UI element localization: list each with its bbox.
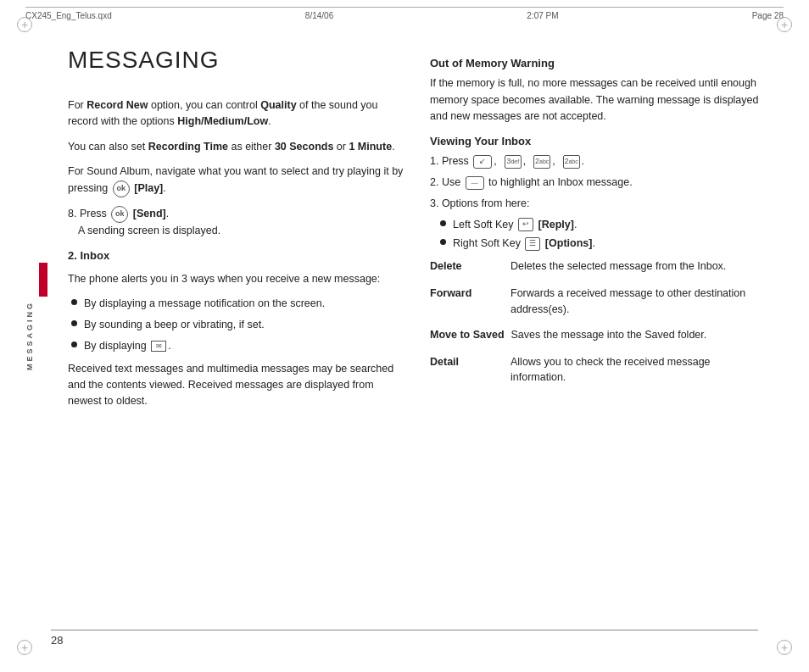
option-val-forward: Forwards a received message to other des…	[511, 286, 767, 318]
sub-text-left-soft-key: Left Soft Key ↩ [Reply].	[453, 217, 577, 233]
bottom-bar: 28	[51, 630, 758, 647]
inbox-footer: Received text messages and multimedia me…	[68, 361, 404, 410]
option-key-detail: Detail	[430, 354, 511, 370]
bold-recording-time: Recording Time	[148, 141, 228, 153]
inbox-heading: 2. Inbox	[68, 247, 404, 264]
bold-play: [Play]	[134, 182, 163, 194]
inbox-bullet-list: By displaying a message notification on …	[71, 296, 404, 353]
step-2: 2. Use — to highlight an Inbox message.	[430, 175, 767, 191]
bullet-text-notification: By displaying a message notification on …	[84, 296, 325, 312]
bullet-text-displaying: By displaying ✉.	[84, 338, 171, 354]
send-description: A sending screen is displayed.	[78, 225, 220, 236]
bold-1min: 1 Minute	[349, 141, 392, 153]
options-row-move-to-saved: Move to Saved Saves the message into the…	[430, 327, 767, 343]
sub-dot-2	[440, 239, 446, 245]
option-key-move-to-saved: Move to Saved	[430, 327, 511, 343]
viewing-inbox-block: Viewing Your Inbox 1. Press ↙, 3def, 2ab…	[430, 133, 767, 386]
bold-30sec: 30 Seconds	[275, 141, 333, 153]
option-val-delete: Deletes the selected message from the In…	[511, 258, 767, 275]
ok-icon-send: ok	[111, 206, 128, 223]
page-wrapper: CX245_Eng_Telus.qxd 8/14/06 2:07 PM Page…	[0, 0, 809, 672]
option-val-move-to-saved: Saves the message into the Saved folder.	[511, 327, 767, 343]
page-number: 28	[51, 634, 758, 647]
bullet-notification: By displaying a message notification on …	[71, 296, 404, 312]
memory-warning-heading: Out of Memory Warning	[430, 55, 767, 72]
options-table: Delete Deletes the selected message from…	[430, 258, 767, 386]
viewing-inbox-heading: Viewing Your Inbox	[430, 133, 767, 150]
options-row-detail: Detail Allows you to check the received …	[430, 354, 767, 386]
corner-mark-tr	[777, 17, 792, 32]
options-icon: ☰	[525, 237, 540, 251]
vertical-messaging-label: MESSAGING	[25, 169, 34, 503]
option-key-delete: Delete	[430, 258, 511, 275]
corner-mark-br	[777, 640, 792, 655]
options-row-forward: Forward Forwards a received message to o…	[430, 286, 767, 318]
bullet-dot-3	[71, 342, 77, 347]
left-column: For Record New option, you can control Q…	[68, 47, 404, 621]
bold-quality: Quality	[260, 99, 296, 111]
memory-warning-text: If the memory is full, no more messages …	[430, 75, 767, 125]
content-area: For Record New option, you can control Q…	[68, 47, 767, 621]
inbox-intro: The phone alerts you in 3 ways when you …	[68, 271, 404, 287]
memory-warning-block: Out of Memory Warning If the memory is f…	[430, 55, 767, 125]
bullet-text-beep: By sounding a beep or vibrating, if set.	[84, 317, 265, 333]
key-2abc-2: 2abc	[563, 155, 580, 169]
sub-text-right-soft-key: Right Soft Key ☰ [Options].	[453, 236, 595, 252]
bullet-displaying: By displaying ✉.	[71, 338, 404, 354]
time-info: 2:07 PM	[527, 11, 558, 20]
options-row-delete: Delete Deletes the selected message from…	[430, 258, 767, 275]
inbox-heading-block: 2. Inbox	[68, 247, 404, 264]
bullet-dot-2	[71, 320, 77, 326]
key-2abc: 2abc	[533, 155, 550, 169]
bold-record-new: Record New	[86, 99, 148, 111]
step-1: 1. Press ↙, 3def, 2abc, 2abc.	[430, 153, 767, 169]
bold-send: [Send]	[133, 208, 166, 219]
bold-reply: [Reply]	[538, 219, 574, 230]
file-info: CX245_Eng_Telus.qxd	[25, 11, 112, 20]
sub-dot-1	[440, 220, 446, 226]
nav-btn-icon: —	[466, 176, 484, 190]
paragraph-recording-time: You can also set Recording Time as eithe…	[68, 139, 404, 155]
top-bar: CX245_Eng_Telus.qxd 8/14/06 2:07 PM Page…	[25, 7, 784, 20]
corner-mark-bl	[17, 640, 32, 655]
red-accent-bar	[39, 263, 47, 297]
corner-mark-tl	[17, 17, 32, 32]
bullet-beep: By sounding a beep or vibrating, if set.	[71, 317, 404, 333]
reply-icon: ↩	[518, 218, 533, 231]
option-key-forward: Forward	[430, 286, 511, 302]
ok-icon-play: ok	[113, 180, 130, 197]
step-3: 3. Options from here:	[430, 196, 767, 212]
nav-icon-1: ↙	[473, 155, 492, 169]
paragraph-record-new: For Record New option, you can control Q…	[68, 97, 404, 131]
key-3def: 3def	[505, 155, 522, 169]
bold-options: [Options]	[545, 237, 593, 249]
paragraph-send: 8. Press ok [Send]. A sending screen is …	[68, 206, 404, 239]
sub-bullet-left-soft-key: Left Soft Key ↩ [Reply].	[440, 217, 767, 233]
bottom-line	[51, 630, 758, 630]
date-info: 8/14/06	[305, 11, 333, 20]
option-val-detail: Allows you to check the received message…	[511, 354, 767, 386]
right-column: Out of Memory Warning If the memory is f…	[430, 47, 767, 621]
bold-highmedlow: High/Medium/Low	[177, 115, 268, 127]
paragraph-sound-album: For Sound Album, navigate what you want …	[68, 164, 404, 197]
sub-bullet-right-soft-key: Right Soft Key ☰ [Options].	[440, 236, 767, 252]
bullet-dot-1	[71, 299, 77, 305]
envelope-icon: ✉	[151, 341, 166, 352]
